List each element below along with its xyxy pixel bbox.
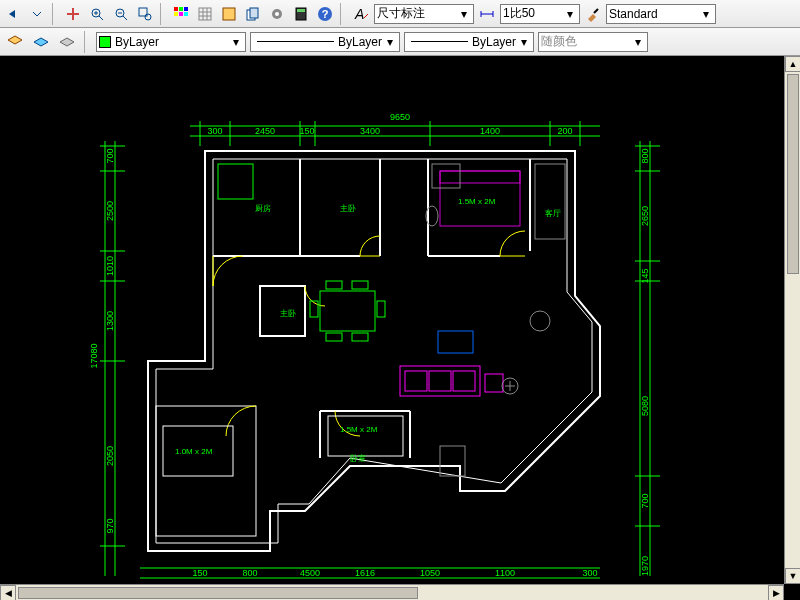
svg-rect-98	[535, 164, 565, 239]
svg-rect-88	[320, 291, 375, 331]
svg-rect-105	[485, 374, 503, 392]
chevron-down-icon: ▾	[382, 35, 397, 49]
chevron-down-icon: ▾	[562, 7, 577, 21]
layer-off-icon[interactable]	[56, 31, 78, 53]
scroll-up-icon[interactable]: ▲	[785, 56, 800, 72]
zoom-out-icon[interactable]	[110, 3, 132, 25]
svg-rect-99	[328, 416, 403, 456]
svg-text:1050: 1050	[420, 568, 440, 578]
svg-text:?: ?	[322, 8, 329, 20]
svg-text:2050: 2050	[105, 446, 115, 466]
svg-text:1.5M x 2M: 1.5M x 2M	[458, 197, 496, 206]
svg-text:4500: 4500	[300, 568, 320, 578]
svg-rect-17	[297, 9, 305, 12]
linetype-dropdown[interactable]: ByLayer ▾	[250, 32, 400, 52]
svg-text:700: 700	[105, 148, 115, 163]
paintbrush-icon[interactable]	[582, 3, 604, 25]
svg-text:200: 200	[557, 126, 572, 136]
svg-point-3	[145, 14, 151, 20]
svg-rect-111	[432, 164, 460, 188]
zoom-window-icon[interactable]	[134, 3, 156, 25]
lineweight-dropdown[interactable]: ByLayer ▾	[404, 32, 534, 52]
svg-rect-104	[453, 371, 475, 391]
settings-icon[interactable]	[266, 3, 288, 25]
main-toolbar: ? A 尺寸标注 ▾ 1比50 ▾ Standard ▾	[0, 0, 800, 28]
svg-text:1616: 1616	[355, 568, 375, 578]
line-sample	[257, 41, 334, 42]
undo-icon[interactable]	[2, 3, 24, 25]
scale-dropdown[interactable]: 1比50 ▾	[500, 4, 580, 24]
floorplan-svg: 9650 300 2450 150 3400 1400 200 150 800 …	[0, 56, 784, 584]
plot-color-label: 随颜色	[541, 33, 577, 50]
layer-color-dropdown[interactable]: ByLayer ▾	[96, 32, 246, 52]
svg-text:1100: 1100	[495, 568, 515, 578]
svg-text:厨房: 厨房	[255, 204, 271, 213]
svg-rect-103	[429, 371, 451, 391]
lineweight-label: ByLayer	[472, 35, 516, 49]
chevron-down-icon: ▾	[516, 35, 531, 49]
svg-rect-90	[352, 281, 368, 289]
dim-style-icon[interactable]	[476, 3, 498, 25]
svg-rect-11	[223, 8, 235, 20]
scale-label: 1比50	[503, 5, 535, 22]
svg-text:9650: 9650	[390, 112, 410, 122]
dim-style-dropdown[interactable]: 尺寸标注 ▾	[374, 4, 474, 24]
svg-rect-109	[440, 446, 465, 476]
scroll-right-icon[interactable]: ▶	[768, 585, 784, 600]
layer-icon[interactable]	[4, 31, 26, 53]
scroll-thumb[interactable]	[18, 587, 418, 599]
linestyle-label: Standard	[609, 7, 658, 21]
svg-text:卧室: 卧室	[350, 454, 366, 463]
linetype-label: ByLayer	[338, 35, 382, 49]
svg-text:800: 800	[640, 148, 650, 163]
calculator-icon[interactable]	[290, 3, 312, 25]
separator	[160, 3, 166, 25]
svg-text:1010: 1010	[105, 256, 115, 276]
svg-text:主卧: 主卧	[340, 204, 356, 213]
svg-rect-5	[179, 7, 183, 11]
zoom-in-icon[interactable]	[86, 3, 108, 25]
svg-rect-10	[199, 8, 211, 20]
chevron-down-icon: ▾	[228, 35, 243, 49]
drawing-canvas[interactable]: 9650 300 2450 150 3400 1400 200 150 800 …	[0, 56, 800, 600]
svg-rect-95	[218, 164, 253, 199]
copy-icon[interactable]	[242, 3, 264, 25]
svg-text:主卧: 主卧	[280, 309, 296, 318]
properties-icon[interactable]	[218, 3, 240, 25]
svg-rect-4	[174, 7, 178, 11]
layer-freeze-icon[interactable]	[30, 31, 52, 53]
svg-point-107	[530, 311, 550, 331]
palette-icon[interactable]	[170, 3, 192, 25]
separator	[52, 3, 58, 25]
scroll-down-icon[interactable]: ▼	[785, 568, 800, 584]
svg-text:700: 700	[640, 493, 650, 508]
horizontal-scrollbar[interactable]: ◀ ▶	[0, 584, 784, 600]
help-icon[interactable]: ?	[314, 3, 336, 25]
svg-text:17080: 17080	[89, 343, 99, 368]
vertical-scrollbar[interactable]: ▲ ▼	[784, 56, 800, 584]
chevron-down-icon: ▾	[630, 35, 645, 49]
svg-point-15	[275, 12, 279, 16]
svg-text:3400: 3400	[360, 126, 380, 136]
svg-text:5080: 5080	[640, 396, 650, 416]
linestyle-dropdown[interactable]: Standard ▾	[606, 4, 716, 24]
svg-rect-97	[440, 171, 520, 183]
text-style-icon[interactable]: A	[350, 3, 372, 25]
svg-text:800: 800	[242, 568, 257, 578]
pan-icon[interactable]	[62, 3, 84, 25]
svg-text:1970: 1970	[640, 556, 650, 576]
scroll-thumb[interactable]	[787, 74, 799, 274]
svg-text:1.5M x 2M: 1.5M x 2M	[340, 425, 378, 434]
redo-dropdown-icon[interactable]	[26, 3, 48, 25]
svg-rect-102	[405, 371, 427, 391]
svg-text:300: 300	[207, 126, 222, 136]
scroll-left-icon[interactable]: ◀	[0, 585, 16, 600]
chevron-down-icon: ▾	[698, 7, 713, 21]
layer-label: ByLayer	[115, 35, 159, 49]
grid-icon[interactable]	[194, 3, 216, 25]
svg-text:2650: 2650	[640, 206, 650, 226]
svg-text:A: A	[354, 6, 364, 22]
plot-color-dropdown[interactable]: 随颜色 ▾	[538, 32, 648, 52]
svg-text:970: 970	[105, 518, 115, 533]
svg-text:150: 150	[192, 568, 207, 578]
